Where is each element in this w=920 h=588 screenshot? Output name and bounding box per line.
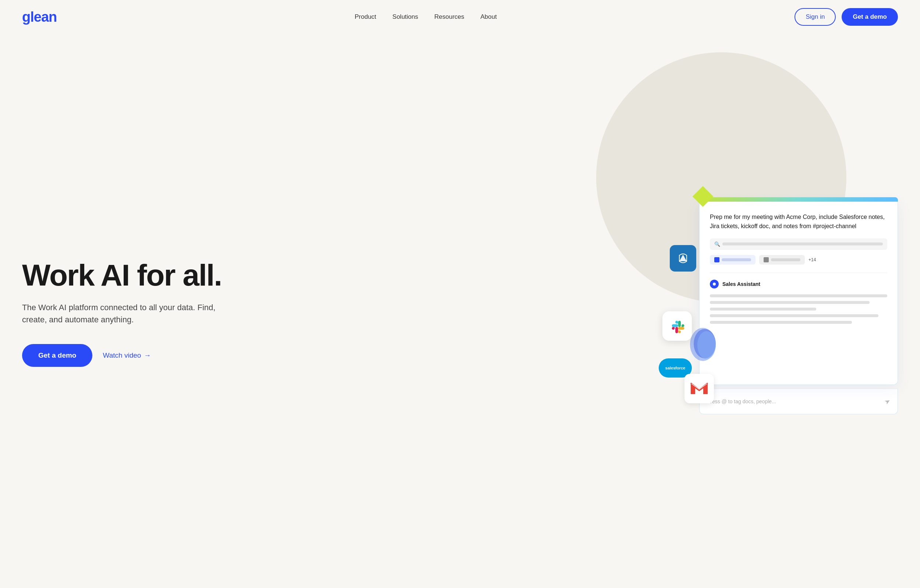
assistant-label: Sales Assistant — [722, 281, 760, 287]
hero-headline: Work AI for all. — [22, 259, 460, 291]
nav-product[interactable]: Product — [355, 13, 376, 20]
ui-mockup-card: Prep me for my meeting with Acme Corp, i… — [699, 202, 898, 385]
arrow-icon: → — [144, 352, 151, 360]
hero-left: Work AI for all. The Work AI platform co… — [22, 248, 460, 367]
skel-line-3 — [710, 308, 816, 311]
nav-resources[interactable]: Resources — [434, 13, 464, 20]
watch-video-button[interactable]: Watch video → — [103, 352, 151, 360]
chip-count: +14 — [808, 257, 816, 262]
ui-card-wrapper: Prep me for my meeting with Acme Corp, i… — [692, 201, 898, 414]
card-chips: +14 — [710, 255, 887, 264]
assistant-avatar — [710, 280, 719, 288]
input-placeholder: Press @ to tag docs, people... — [707, 398, 776, 404]
zendesk-logo — [670, 245, 696, 272]
slack-logo — [662, 311, 692, 341]
hero-ctas: Get a demo Watch video → — [22, 344, 460, 367]
nav-links: Product Solutions Resources About — [355, 13, 497, 21]
chip-doc[interactable] — [710, 255, 755, 264]
hero-subtext: The Work AI platform connected to all yo… — [22, 301, 221, 326]
logo[interactable]: glean — [22, 9, 57, 25]
gmail-logo — [685, 374, 714, 403]
assistant-row: Sales Assistant — [710, 280, 887, 288]
signin-button[interactable]: Sign in — [795, 8, 836, 26]
nav-solutions[interactable]: Solutions — [392, 13, 418, 20]
assistant-dot — [713, 283, 716, 285]
nav-actions: Sign in Get a demo — [795, 8, 898, 26]
google-drive-logo — [688, 326, 718, 363]
nav-about[interactable]: About — [481, 13, 497, 20]
hero-section: Work AI for all. The Work AI platform co… — [0, 34, 920, 588]
send-icon[interactable]: ➤ — [883, 397, 892, 407]
chip-line-2 — [771, 258, 800, 261]
hero-right: Prep me for my meeting with Acme Corp, i… — [460, 201, 898, 414]
card-prompt-text: Prep me for my meeting with Acme Corp, i… — [710, 213, 887, 231]
svg-point-2 — [697, 331, 716, 359]
gradient-top-bar — [699, 197, 898, 202]
gear-icon — [764, 257, 769, 262]
skel-line-1 — [710, 294, 887, 297]
get-demo-hero-button[interactable]: Get a demo — [22, 344, 92, 367]
doc-icon — [714, 257, 719, 262]
skeleton-lines — [710, 294, 887, 324]
chip-line-1 — [722, 258, 751, 261]
skel-line-4 — [710, 314, 878, 317]
card-divider — [710, 273, 887, 273]
chip-settings[interactable] — [759, 255, 805, 264]
skel-line-2 — [710, 301, 870, 304]
navbar: glean Product Solutions Resources About … — [0, 0, 920, 34]
get-demo-nav-button[interactable]: Get a demo — [842, 8, 898, 26]
card-search-row[interactable]: 🔍 — [710, 238, 887, 250]
search-bar-line — [722, 243, 883, 245]
search-icon-sm: 🔍 — [714, 241, 720, 247]
watch-video-label: Watch video — [103, 352, 141, 360]
card-input-area[interactable]: Press @ to tag docs, people... ➤ — [699, 389, 898, 414]
skel-line-5 — [710, 321, 852, 324]
